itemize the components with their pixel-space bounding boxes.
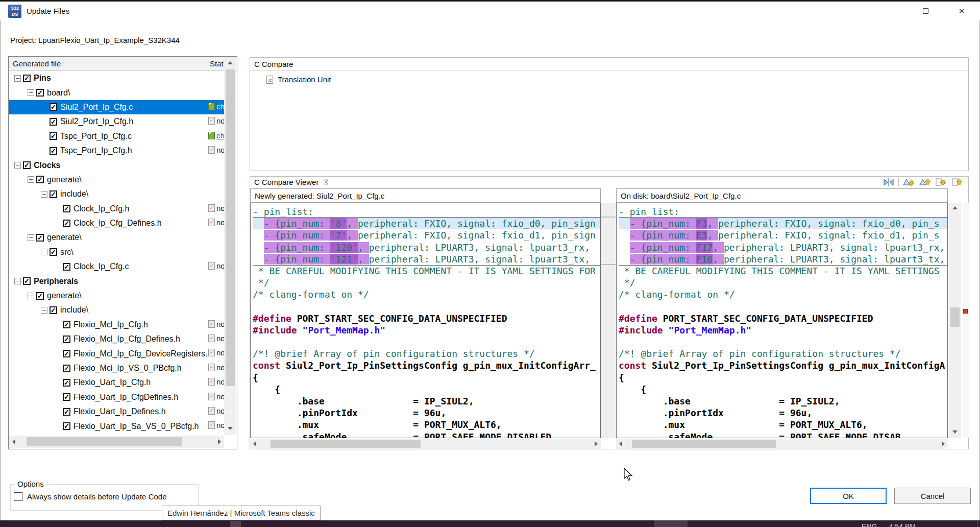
next-change-icon[interactable] [935,178,948,187]
diff-marker[interactable] [963,309,968,314]
tree-item[interactable]: –✓Peripherals [9,274,224,288]
previous-change-icon[interactable] [951,178,964,187]
item-checkbox[interactable]: ✓ [63,220,70,227]
item-checkbox[interactable]: ✓ [63,350,70,357]
taskbar-app-segment[interactable] [230,521,241,527]
item-checkbox[interactable]: ✓ [63,408,70,416]
item-checkbox[interactable]: ✓ [63,321,70,328]
item-checkbox[interactable]: ✓ [63,263,70,271]
scroll-right-icon[interactable] [595,441,598,446]
item-checkbox[interactable]: ✓ [50,306,57,314]
item-checkbox[interactable]: ✓ [50,132,57,140]
collapse-icon[interactable]: – [41,191,47,198]
cancel-button[interactable]: Cancel [894,488,971,504]
column-generated-file[interactable]: Generated file [13,59,61,68]
left-code-pane[interactable]: - pin_list: - {pin_num: '8', peripheral:… [250,203,601,438]
tree-vertical-scrollbar[interactable] [224,57,236,435]
tree-item[interactable]: –✓generate\ [9,173,224,187]
collapse-icon[interactable]: – [41,307,47,314]
item-checkbox[interactable]: ✓ [50,103,57,111]
tree-item[interactable]: ✓Flexio_Mcl_Ip_Cfg_DeviceRegisters.h✓no [9,346,224,361]
scroll-down-icon[interactable] [952,430,958,434]
next-difference-icon[interactable] [902,178,915,187]
scroll-up-icon[interactable] [952,206,958,209]
collapse-icon[interactable]: – [14,162,21,169]
changed-link[interactable]: ch [216,102,224,111]
tree-item[interactable]: ✓Flexio_Uart_Ip_Sa_VS_0_PBcfg.h✓no [9,419,224,433]
tree-item[interactable]: ✓Clock_Ip_Cfg_Defines.h✓no [9,216,224,230]
item-checkbox[interactable]: ✓ [63,393,70,401]
tree-item[interactable]: ✓Flexio_Uart_Ip_Cfg.h✓no [9,375,224,390]
tree-item[interactable]: –✓Pins [9,71,224,85]
item-checkbox[interactable]: ✓ [50,147,57,155]
windows-taskbar[interactable]: ENG 4:54 PM [0,520,980,527]
item-checkbox[interactable]: ✓ [63,422,70,430]
tree-item[interactable]: –✓include\ [9,303,224,317]
tree-item[interactable]: ✓Flexio_Uart_Ip_Defines.h✓no [9,404,224,419]
item-checkbox[interactable]: ✓ [63,379,70,387]
item-checkbox[interactable]: ✓ [63,336,70,343]
tree-item[interactable]: ✓Siul2_Port_Ip_Cfg.cch [9,100,224,114]
viewer-vscroll-thumb[interactable] [950,307,960,327]
tree-item[interactable]: ✓Siul2_Port_Ip_Cfg.h✓no [9,114,224,129]
left-horizontal-scrollbar[interactable] [250,439,601,449]
overview-ruler[interactable] [963,203,969,438]
item-checkbox[interactable]: ✓ [50,248,57,256]
tree-item[interactable]: –✓Clocks [9,158,224,172]
scroll-left-icon[interactable] [253,441,256,446]
scroll-right-icon[interactable] [218,439,221,444]
tree-item[interactable]: –✓board\ [9,85,224,100]
viewer-menu-icon[interactable] [325,179,328,185]
previous-difference-icon[interactable] [919,178,932,187]
always-show-details-checkbox[interactable] [14,492,22,501]
viewer-vertical-scrollbar[interactable] [949,203,961,438]
item-checkbox[interactable]: ✓ [23,161,31,169]
taskbar-app-segment[interactable] [654,520,688,527]
tree-item[interactable]: –✓generate\ [9,230,224,245]
item-checkbox[interactable]: ✓ [50,118,57,126]
scroll-right-icon[interactable] [942,441,945,446]
maximize-button[interactable] [908,2,943,20]
item-checkbox[interactable]: ✓ [23,277,31,285]
collapse-icon[interactable]: – [28,293,34,299]
item-checkbox[interactable]: ✓ [63,365,70,372]
changed-link[interactable]: ch [216,131,224,140]
right-code-pane[interactable]: - pin_list: - {pin_num: F3, peripheral: … [616,203,948,438]
swap-view-icon[interactable] [883,178,895,186]
tree-item[interactable]: ✓Clock_Ip_Cfg.h✓no [9,202,224,216]
tree-item[interactable]: ✓Flexio_Uart_Ip_CfgDefines.h✓no [9,390,224,404]
translation-unit-item[interactable]: .c Translation Unit [266,75,331,84]
item-checkbox[interactable]: ✓ [36,292,44,300]
tree-item[interactable]: –✓generate\ [9,289,224,303]
tree-item[interactable]: –✓src\ [9,245,224,259]
collapse-icon[interactable]: – [14,75,21,82]
tree-item[interactable]: ✓Clock_Ip_Cfg.c✓no [9,259,224,274]
item-checkbox[interactable]: ✓ [23,75,31,82]
tree-item[interactable]: ✓Flexio_Mcl_Ip_Cfg.h✓no [9,318,224,332]
close-button[interactable]: ✕ [943,2,980,20]
collapse-icon[interactable]: – [28,234,34,241]
collapse-icon[interactable]: – [14,278,21,284]
scroll-left-icon[interactable] [12,439,15,444]
item-checkbox[interactable]: ✓ [50,190,57,198]
tree-item[interactable]: ✓Flexio_Mcl_Ip_Cfg_Defines.h✓no [9,332,224,346]
tree-horizontal-scrollbar[interactable] [9,436,224,448]
tree-item[interactable]: ✓Tspc_Port_Ip_Cfg.cch [9,129,224,143]
collapse-icon[interactable]: – [41,249,47,255]
tree-item[interactable]: ✓Flexio_Mcl_Ip_VS_0_PBcfg.h✓no [9,361,224,375]
collapse-icon[interactable]: – [28,89,34,96]
ok-button[interactable]: OK [810,488,887,504]
collapse-icon[interactable]: – [28,176,34,183]
left-hscroll-thumb[interactable] [271,440,421,448]
scroll-down-icon[interactable] [228,427,233,430]
item-checkbox[interactable]: ✓ [36,89,44,97]
item-checkbox[interactable]: ✓ [63,205,70,212]
tree-hscroll-thumb[interactable] [27,437,182,446]
right-hscroll-thumb[interactable] [632,440,776,448]
scroll-left-icon[interactable] [619,441,622,446]
minimize-button[interactable]: — [872,2,908,20]
tree-vscroll-thumb[interactable] [226,69,235,386]
item-checkbox[interactable]: ✓ [36,176,44,183]
right-horizontal-scrollbar[interactable] [616,439,948,449]
column-stat[interactable]: Stat [207,57,224,70]
